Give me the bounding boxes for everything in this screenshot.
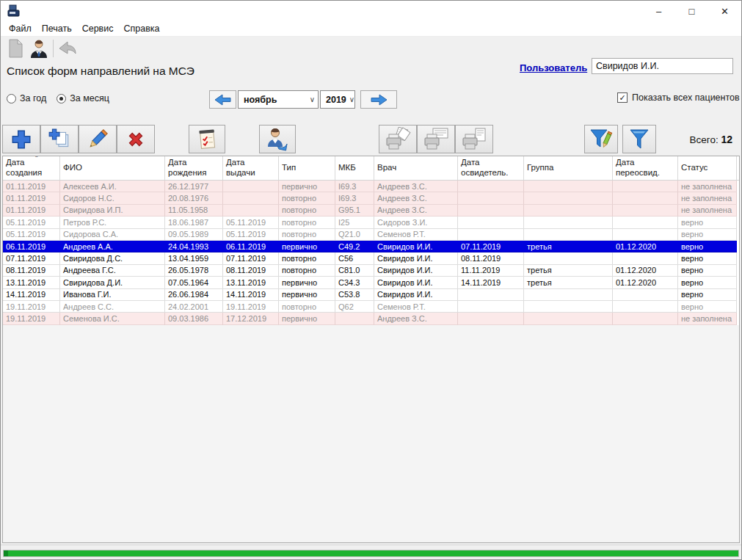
menu-item-service[interactable]: Сервис	[77, 22, 119, 35]
month-select-value: ноябрь	[244, 95, 277, 105]
add-button[interactable]	[2, 125, 40, 153]
total-value: 12	[721, 134, 732, 145]
plus-icon	[10, 128, 33, 151]
table-cell: повторно	[279, 229, 335, 241]
print-forms-button[interactable]	[379, 125, 417, 153]
table-cell	[613, 301, 678, 313]
undo-button[interactable]	[56, 38, 79, 59]
column-header-label: Дата выдачи	[226, 158, 275, 178]
check-form-button[interactable]	[189, 125, 225, 153]
table-cell: 05.11.2019	[223, 217, 279, 228]
table-row[interactable]: 14.11.2019Иванова Г.И.26.06.198414.11.20…	[3, 289, 739, 301]
small-toolbar	[4, 38, 79, 59]
filter-edit-button[interactable]	[584, 125, 618, 153]
table-cell	[524, 313, 613, 324]
table-row[interactable]: 01.11.2019Алексеев А.И.26.12.1977первичн…	[3, 181, 739, 192]
user-link[interactable]: Пользователь	[520, 62, 587, 73]
table-row[interactable]: 05.11.2019Сидорова С.А.09.05.198905.11.2…	[3, 229, 739, 241]
column-header[interactable]: Врач	[374, 156, 458, 180]
table-cell: Семенов Р.Т.	[374, 301, 458, 313]
radio-za-god[interactable]: За год	[7, 93, 46, 103]
table-row[interactable]: 01.11.2019Свиридова И.П.11.05.1958повтор…	[3, 205, 739, 217]
table-cell	[458, 301, 524, 313]
table-cell: 07.11.2019	[458, 241, 524, 252]
table-cell: верно	[678, 289, 737, 301]
print-page-button[interactable]	[455, 125, 493, 153]
table-cell	[613, 252, 678, 264]
table-cell: 24.04.1993	[165, 241, 223, 252]
doctor-button[interactable]	[259, 125, 296, 153]
table-cell: I69.3	[335, 192, 374, 204]
table-cell: 19.11.2019	[3, 301, 60, 313]
period-radio-group: За год За месяц	[7, 93, 120, 103]
minimize-button[interactable]: –	[642, 1, 675, 21]
table-cell	[524, 229, 613, 241]
table-row[interactable]: 07.11.2019Свиридова Д.С.13.04.195907.11.…	[3, 252, 739, 264]
filter-button[interactable]	[622, 125, 656, 153]
table-cell: Свиридова Д.С.	[60, 252, 165, 264]
table-cell	[223, 181, 279, 192]
menu-item-print[interactable]: Печать	[37, 22, 77, 35]
year-select-value: 2019	[326, 95, 346, 105]
table-cell	[458, 313, 524, 324]
table-cell: верно	[678, 241, 737, 252]
document-icon	[7, 39, 24, 58]
table-cell: не заполнена	[678, 205, 737, 217]
table-cell: Петров Р.С.	[60, 217, 165, 228]
column-header[interactable]: Статус	[678, 156, 737, 180]
status-bar	[1, 545, 741, 560]
table-cell: Андреев З.С.	[374, 313, 458, 324]
table-cell	[613, 205, 678, 217]
table-cell: третья	[524, 277, 613, 288]
radio-za-mesyac[interactable]: За месяц	[57, 93, 109, 103]
table-row[interactable]: 19.11.2019Андреев С.С.24.02.200119.11.20…	[3, 301, 739, 313]
table-cell	[458, 229, 524, 241]
previous-month-button[interactable]	[209, 90, 236, 109]
table-cell: третья	[524, 241, 613, 252]
column-header[interactable]: МКБ	[335, 156, 374, 180]
column-header[interactable]: Дата рождения	[165, 156, 223, 180]
close-button[interactable]: ✕	[708, 1, 741, 21]
table-row[interactable]: 06.11.2019Андреев А.А.24.04.199306.11.20…	[3, 241, 739, 252]
patient-button[interactable]	[27, 38, 51, 59]
delete-button[interactable]	[117, 125, 155, 153]
table-row[interactable]: 01.11.2019Сидоров Н.С.20.08.1976повторно…	[3, 192, 739, 204]
next-month-button[interactable]	[360, 90, 397, 109]
column-header[interactable]: Дата переосвид.	[613, 156, 678, 180]
table-cell: Алексеев А.И.	[60, 181, 165, 192]
column-header-label: ФИО	[63, 163, 82, 173]
table-cell: Андреев А.А.	[60, 241, 165, 252]
column-header[interactable]: Дата освидетель.	[458, 156, 524, 180]
table-cell: 09.03.1986	[165, 313, 223, 324]
year-select[interactable]: 2019 ∨	[320, 90, 355, 109]
menu-item-help[interactable]: Справка	[119, 22, 165, 35]
table-cell: не заполнена	[678, 192, 737, 204]
table-row[interactable]: 13.11.2019Свиридова Д.И.07.05.196413.11.…	[3, 277, 739, 288]
table-row[interactable]: 19.11.2019Семенова И.С.09.03.198617.12.2…	[3, 313, 739, 324]
add-copy-button[interactable]	[40, 125, 79, 153]
new-document-button[interactable]	[4, 38, 27, 59]
maximize-button[interactable]: □	[675, 1, 708, 21]
table-row[interactable]: 05.11.2019Петров Р.С.18.06.198705.11.201…	[3, 217, 739, 228]
column-header[interactable]: Дата выдачи	[223, 156, 279, 180]
edit-button[interactable]	[79, 125, 117, 153]
table-cell: Андреев З.С.	[374, 205, 458, 217]
column-header[interactable]: Группа	[524, 156, 613, 180]
user-field[interactable]	[592, 58, 733, 74]
show-all-patients-checkbox[interactable]: ✓ Показать всех пациентов	[617, 92, 740, 103]
menu-item-file[interactable]: Файл	[4, 22, 37, 35]
table-cell: повторно	[279, 301, 335, 313]
month-select[interactable]: ноябрь ∨	[238, 90, 319, 109]
table-cell	[613, 229, 678, 241]
column-header[interactable]: Дата созданияˆ	[3, 156, 60, 180]
column-header[interactable]: Тип	[279, 156, 335, 180]
column-header[interactable]: ФИО	[60, 156, 165, 180]
table-cell: 08.11.2019	[458, 252, 524, 264]
radio-za-mesyac-label: За месяц	[70, 93, 109, 103]
table-cell: Андреев З.С.	[374, 181, 458, 192]
table-row[interactable]: 08.11.2019Андреева Г.С.26.05.197808.11.2…	[3, 265, 739, 277]
month-navigation: ноябрь ∨ 2019 ∨	[209, 90, 399, 109]
table-cell: 13.04.1959	[165, 252, 223, 264]
print-list-button[interactable]	[417, 125, 455, 153]
column-header-label: Тип	[282, 163, 296, 173]
